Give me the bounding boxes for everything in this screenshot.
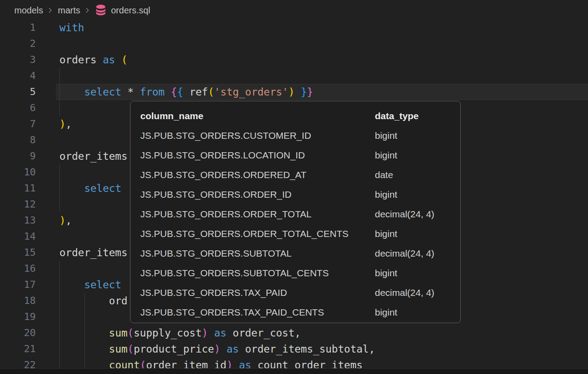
code-text: sum(product_price) as order_items_subtot… [59, 341, 375, 357]
code-line[interactable]: 2 [0, 36, 588, 52]
data-type-cell: bigint [375, 303, 460, 322]
line-number: 2 [0, 36, 36, 52]
editor-window: models marts orders.sql 1with23orders as… [0, 0, 588, 374]
code-text: ord [59, 293, 127, 309]
indent-guide [59, 261, 60, 277]
indent-guide [59, 68, 60, 84]
indent-guide [59, 309, 60, 325]
code-line[interactable]: 1with [0, 20, 588, 36]
data-type-cell: decimal(24, 4) [375, 244, 460, 263]
database-icon [95, 4, 106, 16]
column-name-cell: JS.PUB.STG_ORDERS.LOCATION_ID [140, 145, 375, 165]
column-info-table: column_namedata_typeJS.PUB.STG_ORDERS.CU… [140, 106, 460, 322]
data-type-cell: bigint [375, 185, 460, 204]
data-type-cell: date [375, 165, 460, 185]
line-number: 11 [0, 180, 36, 196]
code-line[interactable]: 5 select * from {{ ref('stg_orders') }} [0, 84, 588, 100]
code-text: ), [59, 116, 72, 132]
code-line[interactable]: 4 [0, 68, 588, 84]
breadcrumb-item-marts[interactable]: marts [58, 5, 80, 16]
data-type-cell: decimal(24, 4) [375, 283, 460, 303]
line-number: 14 [0, 229, 36, 245]
code-text: select [59, 277, 121, 293]
code-text: select [59, 180, 121, 196]
column-name-cell: JS.PUB.STG_ORDERS.ORDERED_AT [140, 165, 375, 185]
line-number: 1 [0, 20, 36, 36]
column-name-cell: JS.PUB.STG_ORDERS.TAX_PAID_CENTS [140, 303, 375, 322]
chevron-right-icon [47, 7, 54, 14]
line-number: 17 [0, 277, 36, 293]
column-name-cell: JS.PUB.STG_ORDERS.CUSTOMER_ID [140, 126, 375, 145]
line-number: 4 [0, 68, 36, 84]
line-number: 10 [0, 164, 36, 180]
code-text: with [59, 20, 84, 36]
code-text: ), [59, 212, 72, 229]
line-number: 8 [0, 132, 36, 148]
data-type-cell: decimal(24, 4) [375, 204, 460, 224]
indent-guide [59, 100, 60, 116]
line-number: 13 [0, 212, 36, 229]
line-number: 18 [0, 293, 36, 309]
column-info-popup: column_namedata_typeJS.PUB.STG_ORDERS.CU… [130, 101, 461, 323]
indent-guide [59, 196, 60, 212]
line-number: 20 [0, 325, 36, 341]
line-number: 16 [0, 261, 36, 277]
panel-divider [0, 368, 588, 374]
data-type-cell: bigint [375, 224, 460, 244]
line-number: 5 [0, 84, 36, 100]
data-type-cell: bigint [375, 263, 460, 283]
line-number: 21 [0, 341, 36, 357]
popup-header-column-name: column_name [140, 106, 375, 126]
chevron-right-icon [84, 7, 91, 14]
line-number: 12 [0, 196, 36, 212]
line-number: 19 [0, 309, 36, 325]
code-line[interactable]: 3orders as ( [0, 52, 588, 68]
breadcrumb-item-models[interactable]: models [14, 5, 43, 16]
breadcrumb: models marts orders.sql [14, 4, 150, 17]
code-text: orders as ( [59, 52, 127, 68]
column-name-cell: JS.PUB.STG_ORDERS.ORDER_TOTAL [140, 204, 375, 224]
indent-guide [59, 164, 60, 180]
code-text: order_items [59, 245, 127, 261]
code-line[interactable]: 20 sum(supply_cost) as order_cost, [0, 325, 588, 341]
data-type-cell: bigint [375, 126, 460, 145]
column-name-cell: JS.PUB.STG_ORDERS.ORDER_ID [140, 185, 375, 204]
line-number: 6 [0, 100, 36, 116]
code-text: order_items [59, 148, 127, 164]
line-number: 3 [0, 52, 36, 68]
line-number: 15 [0, 245, 36, 261]
code-line[interactable]: 21 sum(product_price) as order_items_sub… [0, 341, 588, 357]
column-name-cell: JS.PUB.STG_ORDERS.ORDER_TOTAL_CENTS [140, 224, 375, 244]
code-text: select * from {{ ref('stg_orders') }} [59, 84, 313, 100]
code-text: sum(supply_cost) as order_cost, [59, 325, 301, 341]
data-type-cell: bigint [375, 145, 460, 165]
line-number: 7 [0, 116, 36, 132]
column-name-cell: JS.PUB.STG_ORDERS.SUBTOTAL_CENTS [140, 263, 375, 283]
column-name-cell: JS.PUB.STG_ORDERS.SUBTOTAL [140, 244, 375, 263]
line-number: 9 [0, 148, 36, 164]
breadcrumb-item-file[interactable]: orders.sql [111, 5, 150, 16]
popup-header-data-type: data_type [375, 106, 460, 126]
indent-guide [84, 309, 85, 325]
column-name-cell: JS.PUB.STG_ORDERS.TAX_PAID [140, 283, 375, 303]
